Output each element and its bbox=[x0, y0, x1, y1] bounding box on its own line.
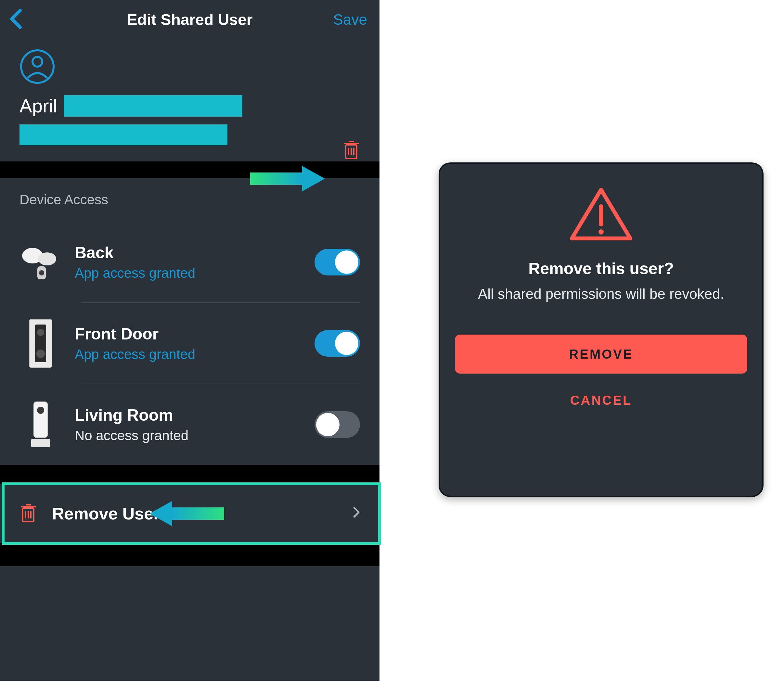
dialog-cancel-button[interactable]: CANCEL bbox=[570, 393, 632, 408]
svg-point-15 bbox=[36, 350, 45, 358]
redacted-email bbox=[20, 124, 227, 145]
device-row-front-door[interactable]: Front Door App access granted bbox=[0, 303, 379, 384]
svg-point-17 bbox=[37, 407, 44, 414]
bottom-spacer bbox=[0, 543, 379, 566]
delete-user-button[interactable] bbox=[343, 140, 360, 161]
warning-icon bbox=[570, 186, 632, 243]
svg-point-11 bbox=[39, 270, 44, 275]
section-divider bbox=[0, 161, 379, 178]
redacted-last-name bbox=[64, 95, 242, 117]
svg-point-31 bbox=[598, 229, 604, 235]
device-toggle-front-door[interactable] bbox=[315, 330, 360, 357]
svg-point-1 bbox=[33, 57, 42, 67]
section-divider bbox=[0, 465, 379, 484]
save-button[interactable]: Save bbox=[333, 11, 367, 28]
device-status: App access granted bbox=[75, 347, 315, 362]
device-name: Front Door bbox=[75, 324, 315, 344]
device-status: App access granted bbox=[75, 265, 315, 281]
svg-rect-18 bbox=[31, 439, 50, 447]
user-info-block: April bbox=[0, 39, 379, 161]
remove-user-row-wrapper: Remove User bbox=[0, 484, 379, 543]
device-name: Living Room bbox=[75, 406, 315, 424]
back-button[interactable] bbox=[9, 8, 22, 31]
chevron-right-icon bbox=[353, 506, 360, 521]
device-row-back[interactable]: Back App access granted bbox=[0, 222, 379, 303]
remove-user-label: Remove User bbox=[52, 504, 353, 523]
dialog-remove-button[interactable]: REMOVE bbox=[455, 335, 747, 373]
device-access-heading: Device Access bbox=[0, 178, 379, 222]
remove-user-row[interactable]: Remove User bbox=[0, 484, 379, 543]
device-thumb-floodlight bbox=[20, 236, 62, 288]
svg-point-9 bbox=[38, 252, 56, 265]
trash-icon bbox=[343, 140, 360, 160]
device-thumb-indoor-cam bbox=[20, 399, 62, 451]
chevron-left-icon bbox=[9, 8, 22, 29]
user-first-name: April bbox=[20, 95, 57, 117]
dialog-title: Remove this user? bbox=[528, 259, 674, 278]
dialog-subtext: All shared permissions will be revoked. bbox=[478, 286, 724, 302]
header-bar: Edit Shared User Save bbox=[0, 0, 379, 39]
svg-point-14 bbox=[37, 329, 44, 336]
edit-shared-user-screen: Edit Shared User Save April bbox=[0, 0, 379, 681]
remove-user-confirm-dialog: Remove this user? All shared permissions… bbox=[439, 163, 764, 497]
device-name: Back bbox=[75, 243, 315, 262]
device-row-living-room[interactable]: Living Room No access granted bbox=[0, 384, 379, 465]
device-toggle-back[interactable] bbox=[315, 249, 360, 275]
trash-icon bbox=[20, 503, 37, 524]
device-status: No access granted bbox=[75, 428, 315, 443]
avatar-icon bbox=[20, 49, 55, 86]
device-list: Back App access granted Front Do bbox=[0, 222, 379, 465]
page-title: Edit Shared User bbox=[127, 11, 253, 29]
device-toggle-living-room[interactable] bbox=[315, 411, 360, 438]
device-thumb-doorbell bbox=[20, 317, 62, 369]
